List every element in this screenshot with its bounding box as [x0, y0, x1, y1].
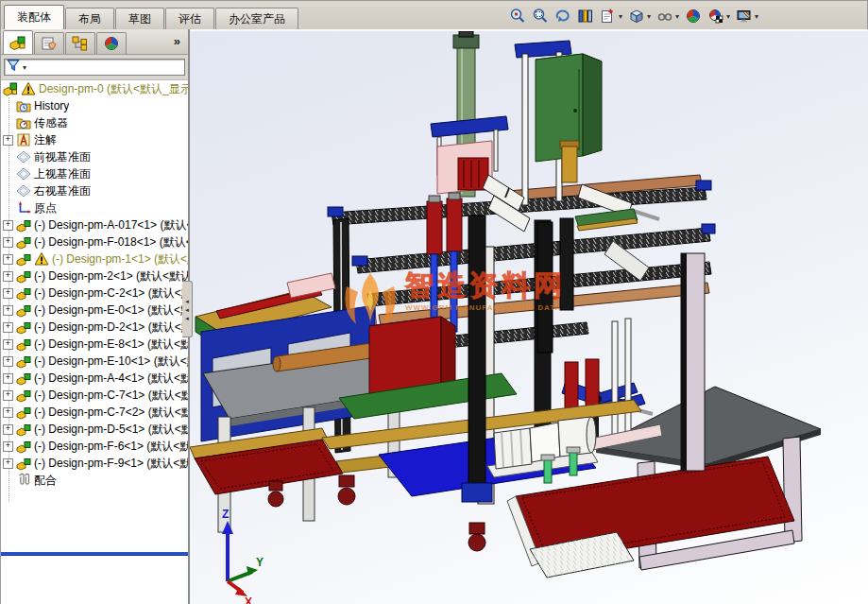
tree-item--design-pm-a-41_-1[interactable]: +(-) Design-pm-A-4<1> (默认<默认_显示状态-1>)	[1, 370, 188, 387]
displaymanager-tab[interactable]	[96, 32, 127, 54]
tree-item--design-pm-f-61_-1[interactable]: +(-) Design-pm-F-6<1> (默认<默认_显示状态-1>)	[1, 438, 188, 455]
section-view-button[interactable]	[574, 6, 597, 26]
expander-plus-icon[interactable]: +	[3, 441, 13, 452]
tree-item--design-pm-c-71_-1[interactable]: +(-) Design-pm-C-7<1> (默认<默认_显示状态-1>)	[1, 387, 188, 404]
previous-view-button[interactable]	[552, 6, 574, 26]
tree-item-[interactable]: 原点	[1, 199, 188, 216]
annot-icon	[16, 132, 31, 147]
tree-item-label: (-) Design-pm-E-10<1> (默认<默认_显示状态-1>)	[34, 353, 188, 370]
tree-item--design-pm-d-51_-1[interactable]: +(-) Design-pm-D-5<1> (默认<默认_显示状态-1>)	[1, 421, 188, 438]
view-settings-button-dropdown-arrow[interactable]: ▾	[755, 12, 758, 21]
tree-item-label: 原点	[34, 199, 57, 216]
tree-item-[interactable]: 配合	[1, 472, 188, 489]
tree-item--design-pm-e-81_-1[interactable]: +(-) Design-pm-E-8<1> (默认<默认_显示状态-1>)	[1, 336, 188, 353]
tree-item-label: (-) Design-pm-E-0<1> (默认<默认_显示状态-1>)	[34, 302, 188, 319]
mates-icon	[16, 473, 31, 488]
svg-text:Y: Y	[256, 556, 264, 569]
tree-item-label: (-) Design-pm-2<1> (默认<默认_显示状态-1>)	[34, 267, 188, 285]
machine-assembly-illustration: Z Y X	[190, 31, 868, 604]
expander-plus-icon[interactable]: +	[3, 339, 13, 350]
sensors-icon	[16, 115, 31, 130]
tree-item--design-pm-e-01_-1[interactable]: +(-) Design-pm-E-0<1> (默认<默认_显示状态-1>)	[1, 302, 188, 319]
view-orientation-button[interactable]: ▾	[625, 6, 654, 26]
drawing-view-button-dropdown-arrow[interactable]: ▾	[619, 12, 622, 21]
featuremanager-panel: » ▾ Design-pm-0 (默认<默认_显示状态-1>)History传感…	[1, 29, 190, 604]
tree-item--design-pm-21_-1[interactable]: +(-) Design-pm-2<1> (默认<默认_显示状态-1>)	[1, 267, 188, 285]
tree-item--design-pm-f-0181_-1[interactable]: +(-) Design-pm-F-018<1> (默认<默认_显示状态-1>)	[1, 233, 188, 250]
zoom-to-fit-button[interactable]	[506, 6, 529, 26]
view-orientation-button-dropdown-arrow[interactable]: ▾	[647, 12, 651, 21]
origin-icon	[16, 200, 31, 216]
tree-item-[interactable]: 传感器	[1, 114, 188, 131]
tree-item-label: 注解	[34, 131, 57, 148]
expander-plus-icon[interactable]: +	[3, 356, 13, 367]
expander-plus-icon[interactable]: +	[3, 135, 13, 146]
tree-item--design-pm-11_-1[interactable]: +(-) Design-pm-1<1> (默认<默认_显示状态-1>)	[1, 250, 188, 267]
expander-plus-icon[interactable]: +	[3, 390, 13, 401]
component-icon	[16, 251, 31, 267]
tree-item--design-pm-a-0171_-1[interactable]: +(-) Design-pm-A-017<1> (默认<默认_显示状态-1>)	[1, 216, 188, 233]
edit-appearance-button[interactable]: ▾	[705, 6, 733, 26]
tree-item-history[interactable]: History	[1, 97, 188, 114]
expander-plus-icon[interactable]: +	[3, 424, 13, 435]
tree-item-[interactable]: 上视基准面	[1, 165, 188, 182]
tree-item--design-pm-f-91_-1[interactable]: +(-) Design-pm-F-9<1> (默认<默认_显示状态-1>)	[1, 455, 188, 472]
tree-item-label: 上视基准面	[34, 165, 91, 182]
expander-plus-icon[interactable]: +	[3, 271, 13, 282]
tree-item--design-pm-d-21_-1[interactable]: +(-) Design-pm-D-2<1> (默认<默认_显示状态-1>)	[1, 319, 188, 336]
command-tab-布局[interactable]: 布局	[65, 8, 114, 29]
expander-plus-icon[interactable]: +	[3, 254, 13, 265]
expander-plus-icon[interactable]: +	[3, 458, 13, 469]
display-style-button[interactable]: ▾	[654, 6, 682, 26]
expander-plus-icon[interactable]: +	[3, 322, 13, 333]
expander-plus-icon[interactable]: +	[3, 305, 13, 316]
tree-item-design-pm-0_-1[interactable]: Design-pm-0 (默认<默认_显示状态-1>)	[1, 80, 188, 97]
expander-plus-icon[interactable]: +	[3, 237, 13, 248]
tree-item-label: (-) Design-pm-F-018<1> (默认<默认_显示状态-1>)	[34, 233, 188, 250]
svg-text:X: X	[245, 595, 252, 604]
tree-item-[interactable]: 右视基准面	[1, 182, 188, 199]
tree-item--design-pm-e-101_-1[interactable]: +(-) Design-pm-E-10<1> (默认<默认_显示状态-1>)	[1, 353, 188, 370]
tree-item-label: (-) Design-pm-F-6<1> (默认<默认_显示状态-1>)	[34, 438, 188, 455]
filter-dropdown-arrow[interactable]: ▾	[23, 63, 26, 72]
component-icon	[16, 439, 31, 454]
component-icon	[16, 354, 31, 369]
tree-item--design-pm-c-72_-1[interactable]: +(-) Design-pm-C-7<2> (默认<默认_显示状态-1>)	[1, 404, 188, 421]
propertymanager-tab[interactable]	[34, 32, 64, 54]
tree-item-label: 传感器	[34, 114, 68, 131]
component-icon	[16, 285, 31, 301]
tree-filter-row: ▾	[1, 55, 188, 80]
zoom-to-area-button[interactable]	[529, 6, 552, 26]
assembly-icon	[3, 81, 18, 96]
tree-item-label: 前视基准面	[34, 148, 91, 165]
component-icon	[16, 234, 31, 250]
configurationmanager-tab[interactable]	[65, 32, 95, 54]
display-style-button-dropdown-arrow[interactable]: ▾	[675, 12, 679, 21]
history-icon	[16, 98, 31, 113]
expander-plus-icon[interactable]: +	[3, 373, 13, 384]
drawing-view-button[interactable]: ▾	[597, 6, 625, 26]
command-tab-装配体[interactable]: 装配体	[4, 5, 64, 29]
command-tab-草图[interactable]: 草图	[115, 8, 164, 29]
expander-plus-icon[interactable]: +	[3, 220, 13, 231]
panel-splitter-handle[interactable]: ◂ ◂ ◂	[182, 281, 193, 337]
featuremanager-tab[interactable]	[3, 30, 33, 54]
command-tab-评估[interactable]: 评估	[165, 8, 214, 29]
command-tab-办公室产品[interactable]: 办公室产品	[215, 8, 298, 29]
graphics-viewport[interactable]: Z Y X 智造资料网 WWW.GRM MANUFACTURING DATA	[190, 29, 868, 604]
expander-plus-icon[interactable]: +	[3, 288, 13, 299]
view-settings-button[interactable]: ▾	[733, 6, 761, 26]
apply-scene-button[interactable]	[682, 6, 705, 26]
tree-item-label: (-) Design-pm-A-017<1> (默认<默认_显示状态-1>)	[34, 216, 188, 233]
tree-item-[interactable]: 前视基准面	[1, 148, 188, 165]
tree-filter-input[interactable]: ▾	[4, 59, 185, 76]
expander-plus-icon[interactable]: +	[3, 407, 13, 418]
edit-appearance-button-dropdown-arrow[interactable]: ▾	[726, 12, 730, 21]
tree-item-label: (-) Design-pm-F-9<1> (默认<默认_显示状态-1>)	[34, 455, 188, 472]
solidworks-window: 装配体布局草图评估办公室产品 ▾▾▾▾▾ » ▾ Design-pm-0 (默认…	[0, 0, 868, 604]
panel-tabs-overflow-chevron[interactable]: »	[174, 34, 180, 48]
tree-item-[interactable]: +注解	[1, 131, 188, 148]
tree-item--design-pm-c-21_-1[interactable]: +(-) Design-pm-C-2<1> (默认<默认_显示状态-1>)	[1, 285, 188, 302]
rollback-bar[interactable]	[1, 552, 188, 556]
tree-item-label: History	[34, 97, 69, 114]
